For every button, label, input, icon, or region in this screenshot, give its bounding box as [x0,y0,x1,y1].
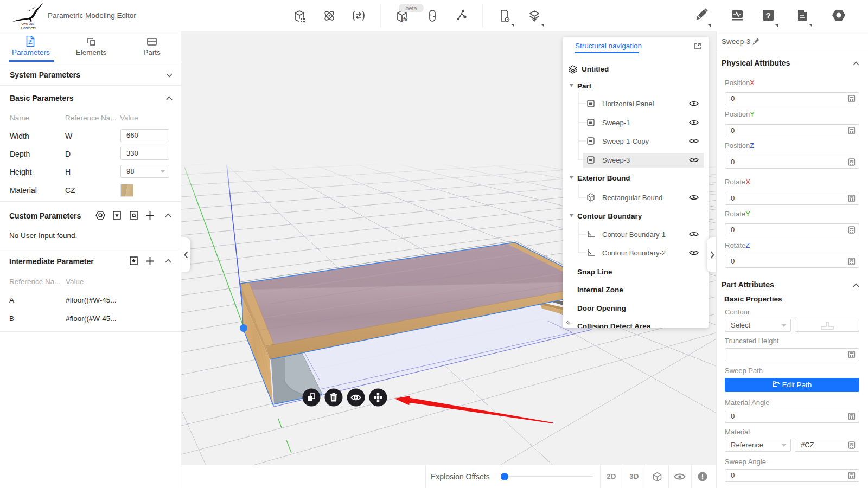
svg-text:Rectangular Bound: Rectangular Bound [602,194,662,202]
svg-text:Contour Boundary-2: Contour Boundary-2 [602,249,666,257]
svg-text:Internal Zone: Internal Zone [577,286,623,294]
svg-text:Contour Boundary: Contour Boundary [577,212,642,220]
svg-text:Collision Detect Area: Collision Detect Area [577,322,651,328]
svg-text:Untitled: Untitled [582,65,609,73]
svg-text:Contour Boundary-1: Contour Boundary-1 [602,230,666,239]
svg-text:Exterior Bound: Exterior Bound [577,174,630,182]
svg-text:Horizontal Panel: Horizontal Panel [602,100,654,108]
svg-text:beta: beta [405,5,417,11]
svg-text:SeaGull: SeaGull [21,22,34,26]
svg-text:Sweep-1: Sweep-1 [602,119,630,127]
svg-text:Cabinets: Cabinets [21,26,36,29]
svg-text:Part: Part [577,82,592,90]
svg-text:Snap Line: Snap Line [577,268,612,276]
svg-text:fx: fx [403,17,408,22]
svg-text:Sweep-3: Sweep-3 [602,156,630,164]
svg-text:?: ? [765,11,770,20]
svg-text:Door Opening: Door Opening [577,304,626,312]
svg-text:Sweep-1-Copy: Sweep-1-Copy [602,137,649,145]
